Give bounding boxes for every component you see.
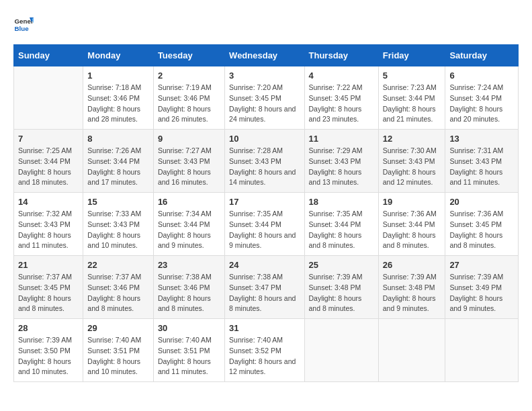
calendar-cell: 13 Sunrise: 7:31 AMSunset: 3:43 PMDaylig… [445,130,519,193]
calendar-cell: 14 Sunrise: 7:32 AMSunset: 3:43 PMDaylig… [14,193,83,256]
day-info: Sunrise: 7:28 AMSunset: 3:43 PMDaylight:… [229,146,300,188]
day-number: 17 [229,197,300,207]
day-info: Sunrise: 7:27 AMSunset: 3:43 PMDaylight:… [158,146,220,188]
day-info: Sunrise: 7:39 AMSunset: 3:50 PMDaylight:… [18,335,79,377]
day-number: 25 [309,260,374,270]
day-info: Sunrise: 7:38 AMSunset: 3:46 PMDaylight:… [158,272,220,314]
calendar-cell: 25 Sunrise: 7:39 AMSunset: 3:48 PMDaylig… [304,256,378,319]
day-number: 13 [449,134,514,144]
day-number: 16 [158,197,220,207]
calendar-cell: 28 Sunrise: 7:39 AMSunset: 3:50 PMDaylig… [14,319,83,382]
day-info: Sunrise: 7:32 AMSunset: 3:43 PMDaylight:… [18,209,79,251]
calendar-cell: 9 Sunrise: 7:27 AMSunset: 3:43 PMDayligh… [153,130,224,193]
day-info: Sunrise: 7:31 AMSunset: 3:43 PMDaylight:… [449,146,514,188]
calendar-cell: 10 Sunrise: 7:28 AMSunset: 3:43 PMDaylig… [225,130,304,193]
calendar-table: SundayMondayTuesdayWednesdayThursdayFrid… [13,44,519,382]
day-number: 8 [87,134,149,144]
day-info: Sunrise: 7:34 AMSunset: 3:44 PMDaylight:… [158,209,220,251]
weekday-header: Friday [378,45,445,66]
calendar-cell: 6 Sunrise: 7:24 AMSunset: 3:44 PMDayligh… [445,66,519,130]
day-number: 23 [158,260,220,270]
calendar-cell: 23 Sunrise: 7:38 AMSunset: 3:46 PMDaylig… [153,256,224,319]
day-number: 9 [158,134,220,144]
calendar-cell: 27 Sunrise: 7:39 AMSunset: 3:49 PMDaylig… [445,256,519,319]
day-info: Sunrise: 7:20 AMSunset: 3:45 PMDaylight:… [229,83,300,125]
calendar-cell: 5 Sunrise: 7:23 AMSunset: 3:44 PMDayligh… [378,66,445,130]
day-number: 30 [158,323,220,333]
calendar-cell: 24 Sunrise: 7:38 AMSunset: 3:47 PMDaylig… [225,256,304,319]
day-info: Sunrise: 7:33 AMSunset: 3:43 PMDaylight:… [87,209,149,251]
weekday-header: Monday [83,45,154,66]
day-number: 6 [449,71,514,81]
day-info: Sunrise: 7:26 AMSunset: 3:44 PMDaylight:… [87,146,149,188]
day-number: 15 [87,197,149,207]
calendar-cell: 4 Sunrise: 7:22 AMSunset: 3:45 PMDayligh… [304,66,378,130]
day-number: 18 [309,197,374,207]
calendar-cell: 29 Sunrise: 7:40 AMSunset: 3:51 PMDaylig… [83,319,154,382]
day-info: Sunrise: 7:39 AMSunset: 3:49 PMDaylight:… [449,272,514,314]
calendar-cell: 17 Sunrise: 7:35 AMSunset: 3:44 PMDaylig… [225,193,304,256]
day-info: Sunrise: 7:40 AMSunset: 3:51 PMDaylight:… [87,335,149,377]
calendar-cell: 31 Sunrise: 7:40 AMSunset: 3:52 PMDaylig… [225,319,304,382]
weekday-header: Thursday [304,45,378,66]
day-info: Sunrise: 7:22 AMSunset: 3:45 PMDaylight:… [309,83,374,125]
day-info: Sunrise: 7:36 AMSunset: 3:45 PMDaylight:… [449,209,514,251]
day-info: Sunrise: 7:40 AMSunset: 3:51 PMDaylight:… [158,335,220,377]
day-info: Sunrise: 7:40 AMSunset: 3:52 PMDaylight:… [229,335,300,377]
day-info: Sunrise: 7:25 AMSunset: 3:44 PMDaylight:… [18,146,79,188]
day-number: 4 [309,71,374,81]
day-info: Sunrise: 7:36 AMSunset: 3:44 PMDaylight:… [383,209,441,251]
calendar-cell: 11 Sunrise: 7:29 AMSunset: 3:43 PMDaylig… [304,130,378,193]
day-number: 22 [87,260,149,270]
calendar-cell: 15 Sunrise: 7:33 AMSunset: 3:43 PMDaylig… [83,193,154,256]
calendar-cell [445,319,519,382]
calendar-cell: 12 Sunrise: 7:30 AMSunset: 3:43 PMDaylig… [378,130,445,193]
day-number: 19 [383,197,441,207]
weekday-header: Sunday [14,45,83,66]
day-number: 7 [18,134,79,144]
day-info: Sunrise: 7:39 AMSunset: 3:48 PMDaylight:… [309,272,374,314]
day-number: 10 [229,134,300,144]
day-number: 5 [383,71,441,81]
day-number: 14 [18,197,79,207]
day-number: 27 [449,260,514,270]
day-number: 2 [158,71,220,81]
calendar-cell [304,319,378,382]
day-info: Sunrise: 7:37 AMSunset: 3:46 PMDaylight:… [87,272,149,314]
day-number: 1 [87,71,149,81]
day-number: 20 [449,197,514,207]
day-info: Sunrise: 7:38 AMSunset: 3:47 PMDaylight:… [229,272,300,314]
day-number: 31 [229,323,300,333]
calendar-cell: 20 Sunrise: 7:36 AMSunset: 3:45 PMDaylig… [445,193,519,256]
svg-text:Blue: Blue [15,25,30,32]
weekday-header: Tuesday [153,45,224,66]
day-number: 21 [18,260,79,270]
calendar-cell: 16 Sunrise: 7:34 AMSunset: 3:44 PMDaylig… [153,193,224,256]
calendar-cell: 30 Sunrise: 7:40 AMSunset: 3:51 PMDaylig… [153,319,224,382]
calendar-cell: 2 Sunrise: 7:19 AMSunset: 3:46 PMDayligh… [153,66,224,130]
calendar-cell: 3 Sunrise: 7:20 AMSunset: 3:45 PMDayligh… [225,66,304,130]
calendar-cell [14,66,83,130]
header: General Blue [13,13,519,34]
day-info: Sunrise: 7:23 AMSunset: 3:44 PMDaylight:… [383,83,441,125]
calendar-cell: 22 Sunrise: 7:37 AMSunset: 3:46 PMDaylig… [83,256,154,319]
calendar-cell: 19 Sunrise: 7:36 AMSunset: 3:44 PMDaylig… [378,193,445,256]
day-number: 26 [383,260,441,270]
calendar-cell: 26 Sunrise: 7:39 AMSunset: 3:48 PMDaylig… [378,256,445,319]
day-info: Sunrise: 7:39 AMSunset: 3:48 PMDaylight:… [383,272,441,314]
day-info: Sunrise: 7:30 AMSunset: 3:43 PMDaylight:… [383,146,441,188]
day-info: Sunrise: 7:35 AMSunset: 3:44 PMDaylight:… [229,209,300,251]
day-info: Sunrise: 7:29 AMSunset: 3:43 PMDaylight:… [309,146,374,188]
day-info: Sunrise: 7:37 AMSunset: 3:45 PMDaylight:… [18,272,79,314]
calendar-cell [378,319,445,382]
weekday-header: Saturday [445,45,519,66]
day-number: 24 [229,260,300,270]
day-number: 29 [87,323,149,333]
calendar-cell: 18 Sunrise: 7:35 AMSunset: 3:44 PMDaylig… [304,193,378,256]
calendar-cell: 7 Sunrise: 7:25 AMSunset: 3:44 PMDayligh… [14,130,83,193]
calendar-cell: 8 Sunrise: 7:26 AMSunset: 3:44 PMDayligh… [83,130,154,193]
day-info: Sunrise: 7:19 AMSunset: 3:46 PMDaylight:… [158,83,220,125]
weekday-header: Wednesday [225,45,304,66]
day-number: 11 [309,134,374,144]
day-info: Sunrise: 7:18 AMSunset: 3:46 PMDaylight:… [87,83,149,125]
